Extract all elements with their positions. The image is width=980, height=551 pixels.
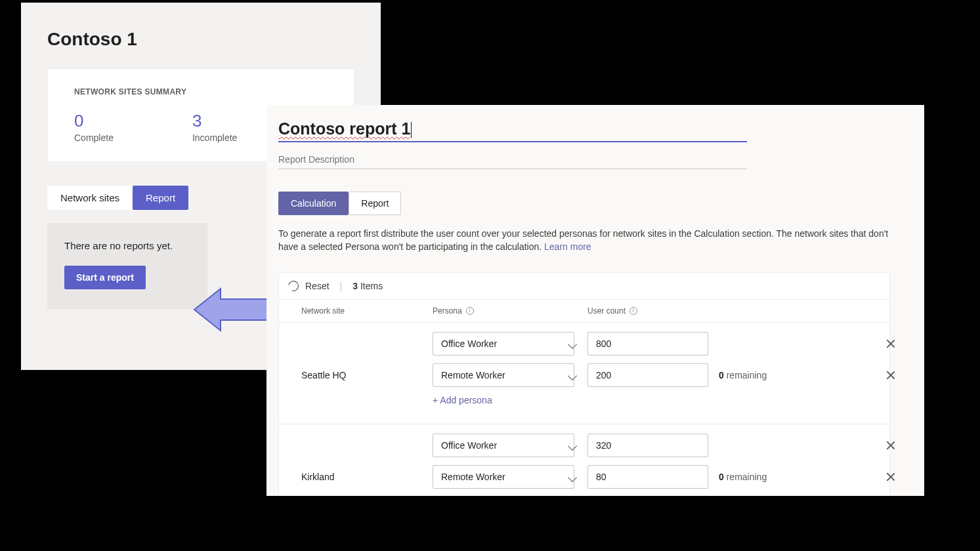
persona-select-field[interactable]: Remote Worker	[433, 465, 574, 489]
no-reports-banner: There are no reports yet. Start a report	[47, 223, 207, 309]
tab-network-sites[interactable]: Network sites	[47, 186, 133, 210]
reset-icon	[286, 279, 301, 293]
table-toolbar: Reset | 3 Items	[279, 273, 889, 300]
tab-editor-report[interactable]: Report	[349, 192, 401, 215]
persona-row: Office Worker	[301, 332, 867, 356]
report-description-input[interactable]	[278, 145, 747, 169]
metric-incomplete-value: 3	[192, 111, 237, 131]
persona-row: KirklandRemote Worker0 remaining	[301, 465, 867, 489]
metric-incomplete: 3 Incomplete	[192, 111, 237, 143]
site-name-cell: Seattle HQ	[301, 370, 433, 380]
remove-row-icon[interactable]	[885, 472, 896, 482]
persona-select[interactable]: Office Worker	[433, 434, 587, 457]
items-count: 3 Items	[352, 281, 383, 291]
remove-row-icon[interactable]	[885, 370, 896, 380]
col-persona: Persona	[433, 306, 587, 316]
metric-incomplete-label: Incomplete	[192, 133, 237, 143]
page-title: Contoso 1	[47, 29, 354, 50]
metric-complete-label: Complete	[74, 133, 114, 143]
callout-arrow-icon	[192, 285, 273, 335]
tab-report[interactable]: Report	[133, 186, 188, 210]
metric-complete-value: 0	[74, 111, 114, 131]
summary-heading: NETWORK SITES SUMMARY	[74, 87, 328, 96]
site-name-cell: Kirkland	[301, 472, 433, 482]
persona-select-field[interactable]: Remote Worker	[433, 363, 574, 387]
remove-row-icon[interactable]	[885, 338, 896, 349]
svg-marker-0	[194, 289, 270, 331]
info-icon[interactable]	[629, 307, 637, 315]
no-reports-text: There are no reports yet.	[64, 240, 190, 251]
user-count-input[interactable]	[587, 465, 708, 489]
user-count-input[interactable]	[587, 332, 708, 356]
info-icon[interactable]	[466, 307, 474, 315]
editor-tabs: Calculation Report	[278, 192, 394, 215]
learn-more-link[interactable]: Learn more	[544, 241, 591, 252]
col-user-count: User count	[587, 306, 719, 316]
site-block: Office WorkerSeattle HQRemote Worker0 re…	[279, 323, 889, 424]
remove-row-icon[interactable]	[885, 440, 896, 451]
persona-select[interactable]: Remote Worker	[433, 465, 587, 489]
reset-button[interactable]: Reset	[305, 281, 330, 291]
calculation-table: Reset | 3 Items Network site Persona Use…	[278, 272, 890, 496]
remaining-label: 0 remaining	[719, 472, 850, 482]
col-network-site: Network site	[301, 306, 433, 316]
instruction-text: To generate a report first distribute th…	[278, 227, 889, 254]
tab-calculation[interactable]: Calculation	[278, 192, 349, 215]
user-count-input[interactable]	[587, 434, 708, 457]
report-name-input[interactable]: Contoso report 1	[278, 118, 747, 142]
persona-select-field[interactable]: Office Worker	[433, 434, 574, 457]
persona-select[interactable]: Remote Worker	[433, 363, 587, 387]
persona-row: Seattle HQRemote Worker0 remaining	[301, 363, 867, 387]
metric-complete: 0 Complete	[74, 111, 114, 143]
remaining-label: 0 remaining	[719, 370, 850, 380]
persona-select[interactable]: Office Worker	[433, 332, 587, 356]
start-a-report-button[interactable]: Start a report	[64, 266, 146, 289]
persona-row: Office Worker	[301, 434, 867, 457]
site-block: Office WorkerKirklandRemote Worker0 rema…	[279, 424, 889, 496]
add-persona-link[interactable]: + Add persona	[433, 395, 587, 405]
table-header: Network site Persona User count	[279, 300, 889, 323]
report-editor-panel: Contoso report 1 Calculation Report To g…	[266, 105, 924, 496]
persona-select-field[interactable]: Office Worker	[433, 332, 574, 356]
user-count-input[interactable]	[587, 363, 708, 387]
